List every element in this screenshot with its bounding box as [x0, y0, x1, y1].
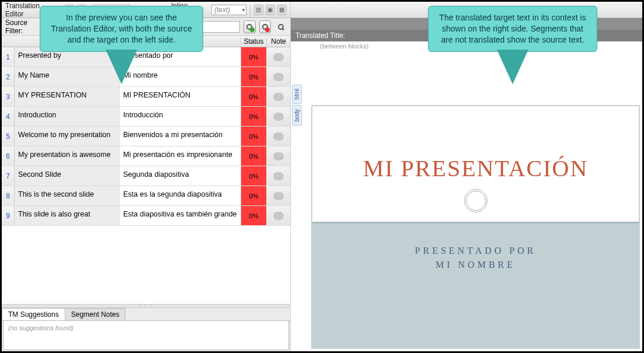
note-bubble-icon: [273, 172, 284, 180]
target-cell[interactable]: MI PRESENTACIÓN: [120, 87, 241, 106]
row-number: 2: [2, 67, 15, 86]
note-bubble-icon: [273, 53, 284, 61]
status-cell: 0%: [241, 47, 267, 67]
magnifier-icon: [278, 24, 284, 30]
presenter-name-text: MI NOMBRE: [436, 260, 516, 270]
ornament-ring-icon: [464, 189, 488, 212]
source-cell[interactable]: This is the second slide: [15, 186, 120, 205]
note-bubble-icon: [273, 192, 284, 200]
status-cell: 0%: [241, 146, 267, 166]
slide-title: MI PRESENTACIÓN: [363, 155, 589, 182]
note-cell[interactable]: [267, 186, 290, 205]
callout-right-text: The translated target text in its contex…: [439, 13, 586, 44]
preview-panel: Transla Translated Title: (between block…: [291, 2, 642, 351]
note-cell[interactable]: [267, 146, 290, 166]
tab-segment-notes[interactable]: Segment Notes: [65, 308, 126, 320]
search-include-button[interactable]: [243, 20, 256, 33]
row-number: 6: [2, 146, 15, 166]
note-cell[interactable]: [267, 127, 290, 146]
source-cell[interactable]: Introduction: [15, 107, 120, 126]
splitter-handle[interactable]: ⋮⋮⋮: [2, 304, 290, 308]
status-cell: 0%: [241, 107, 267, 126]
toolbar-button[interactable]: ▦: [277, 5, 287, 15]
callout-left-text: In the preview you can see the Translati…: [51, 13, 192, 44]
structure-tab-body[interactable]: body: [292, 105, 302, 126]
status-cell: 0%: [241, 166, 267, 186]
exclude-dot-icon: [265, 27, 270, 32]
note-bubble-icon: [273, 132, 284, 141]
search-button[interactable]: [274, 20, 287, 33]
row-number: 8: [2, 186, 15, 205]
search-exclude-button[interactable]: [259, 20, 271, 33]
note-bubble-icon: [273, 152, 284, 160]
row-number: 3: [2, 87, 15, 106]
note-bubble-icon: [273, 113, 284, 121]
target-cell[interactable]: Esta es la segunda diapositiva: [120, 186, 241, 205]
callout-tail-icon: [497, 50, 528, 84]
note-cell[interactable]: [267, 87, 290, 106]
note-cell[interactable]: [267, 67, 290, 86]
segment-row[interactable]: 9This slide is also greatEsta diapositiv…: [2, 206, 290, 226]
tm-suggestions-pane: (no suggestions found): [3, 321, 289, 350]
toolbar-button[interactable]: ▥: [254, 5, 263, 15]
translation-editor-panel: Translation Editor i ▤ ▦ Progress Inline…: [2, 2, 291, 351]
note-cell[interactable]: [267, 107, 290, 126]
status-cell: 0%: [241, 87, 267, 106]
note-bubble-icon: [273, 212, 284, 220]
note-cell[interactable]: [267, 206, 290, 225]
callout-right: The translated target text in its contex…: [428, 6, 597, 52]
target-cell[interactable]: Segunda diapositiva: [120, 166, 241, 186]
status-cell: 0%: [241, 206, 267, 225]
slide-preview: MI PRESENTACIÓN PRESENTADO POR MI NOMBRE: [311, 105, 640, 349]
target-cell[interactable]: Bienvenidos a mi presentación: [120, 127, 241, 146]
include-dot-icon: [250, 27, 255, 32]
row-number: 7: [2, 166, 15, 186]
callout-left: In the preview you can see the Translati…: [40, 6, 203, 52]
target-cell[interactable]: Esta diapositiva es también grande: [120, 206, 241, 225]
slide-top: MI PRESENTACIÓN: [312, 106, 639, 223]
bottom-tabstrip: TM Suggestions Segment Notes: [2, 308, 290, 321]
status-cell: 0%: [241, 186, 267, 205]
segment-row[interactable]: 4IntroductionIntroducción0%: [2, 107, 290, 127]
toolbar-button[interactable]: ▣: [266, 5, 275, 15]
callout-tail-icon: [106, 50, 137, 84]
row-number: 9: [2, 206, 15, 225]
inline-styles-dropdown[interactable]: (text): [211, 5, 246, 15]
segment-row[interactable]: 2My NameMi nombre0%: [2, 67, 290, 87]
segment-row[interactable]: 7Second SlideSegunda diapositiva0%: [2, 166, 290, 186]
col-note: Note: [267, 37, 290, 46]
segment-row[interactable]: 6My presentation is awesomeMi presentaci…: [2, 146, 290, 166]
status-cell: 0%: [241, 67, 267, 86]
target-cell[interactable]: Introducción: [120, 107, 241, 126]
preview-stage: html body MI PRESENTACIÓN PRESENTADO POR…: [291, 50, 642, 351]
source-filter-label: Source Filter:: [5, 19, 44, 35]
segment-row[interactable]: 5Welcome to my presentationBienvenidos a…: [2, 127, 290, 146]
tab-tm-suggestions[interactable]: TM Suggestions: [2, 308, 65, 320]
note-bubble-icon: [273, 93, 284, 101]
note-cell[interactable]: [267, 47, 290, 67]
no-suggestions-text: (no suggestions found): [8, 324, 74, 331]
row-number: 1: [2, 47, 15, 67]
note-bubble-icon: [273, 73, 284, 81]
source-cell[interactable]: My presentation is awesome: [15, 146, 120, 166]
segment-row[interactable]: 3MY PRESENTATIONMI PRESENTACIÓN0%: [2, 87, 290, 107]
structure-tab-html[interactable]: html: [292, 85, 302, 104]
segment-row[interactable]: 8This is the second slideEsta es la segu…: [2, 186, 290, 206]
separator: [250, 5, 250, 15]
note-cell[interactable]: [267, 166, 290, 186]
structure-tabs: html body: [292, 85, 302, 126]
source-cell[interactable]: MY PRESENTATION: [15, 87, 120, 106]
col-status: Status: [241, 37, 267, 46]
source-cell[interactable]: Second Slide: [15, 166, 120, 186]
target-cell[interactable]: Mi nombre: [120, 67, 241, 86]
target-cell[interactable]: Mi presentación es impresionante: [120, 146, 241, 166]
source-cell[interactable]: This slide is also great: [15, 206, 120, 225]
row-number: 4: [2, 107, 15, 126]
row-number: 5: [2, 127, 15, 146]
source-cell[interactable]: Welcome to my presentation: [15, 127, 120, 146]
presented-by-text: PRESENTADO POR: [415, 246, 537, 256]
slide-bottom: PRESENTADO POR MI NOMBRE: [312, 222, 639, 348]
status-cell: 0%: [241, 127, 267, 146]
segment-grid[interactable]: 1Presented byPresentado por0%2My NameMi …: [2, 47, 290, 304]
source-cell[interactable]: My Name: [15, 67, 120, 86]
